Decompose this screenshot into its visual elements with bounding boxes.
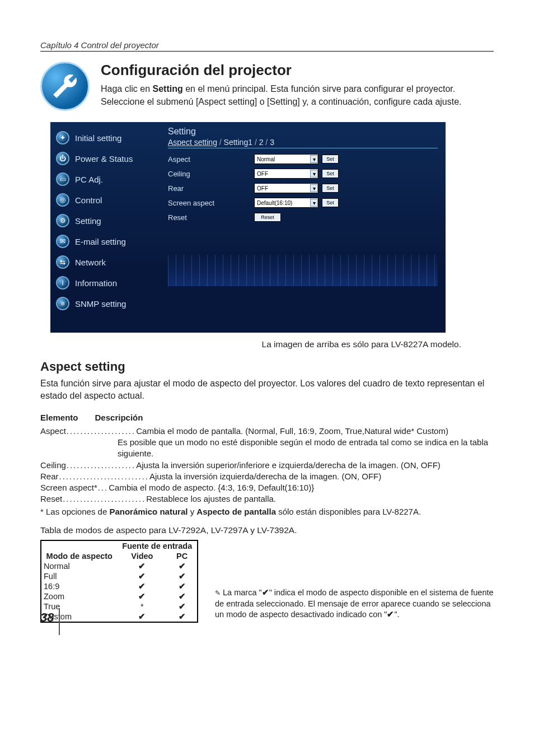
projector-web-ui-screenshot: ✦Initial setting ⏻Power & Status ▭PC Adj… — [50, 122, 446, 333]
tab-aspect-setting[interactable]: Aspect setting — [168, 138, 217, 147]
set-button[interactable]: Set — [322, 184, 339, 193]
chapter-header: Capítulo 4 Control del proyector — [40, 40, 494, 52]
set-button[interactable]: Set — [322, 169, 339, 178]
nav-email-setting[interactable]: ✉E-mail setting — [56, 235, 157, 248]
page-number: 38 — [40, 610, 54, 625]
info-icon: i — [56, 276, 69, 290]
label-screen-aspect: Screen aspect — [168, 199, 254, 207]
panel-title: Setting — [168, 127, 438, 137]
note-icon: ✎ — [215, 589, 221, 597]
row-reset: Reset Reset — [168, 210, 438, 225]
label-aspect: Aspect — [168, 155, 254, 164]
page-title: Configuración del projector — [101, 62, 494, 79]
nav-information[interactable]: iInformation — [56, 276, 157, 290]
power-icon: ⏻ — [56, 152, 69, 165]
select-rear[interactable]: OFF▾ — [254, 183, 318, 193]
aspect-mode-table: Fuente de entrada Modo de aspectoVideoPC… — [40, 540, 198, 623]
table-legend: ✎La marca "✔" indica el modo de aspecto … — [215, 587, 494, 623]
chevron-down-icon: ▾ — [310, 170, 318, 178]
row-aspect: Aspect Normal▾ Set — [168, 152, 438, 166]
item-ceiling: Ceiling — [40, 460, 66, 471]
nav-network[interactable]: ⇆Network — [56, 255, 157, 269]
control-icon: ◎ — [56, 193, 69, 207]
row-rear: Rear OFF▾ Set — [168, 181, 438, 195]
page-number-bar — [59, 608, 60, 635]
select-ceiling[interactable]: OFF▾ — [254, 169, 318, 179]
set-button[interactable]: Set — [322, 155, 339, 164]
monitor-icon: ▭ — [56, 172, 69, 186]
settings-wrench-icon — [40, 62, 90, 111]
tools-icon: ✦ — [56, 131, 69, 144]
nav-sidebar: ✦Initial setting ⏻Power & Status ▭PC Adj… — [50, 122, 162, 333]
reset-button[interactable]: Reset — [254, 213, 281, 222]
tab-setting1[interactable]: Setting1 — [224, 138, 252, 147]
item-aspect: Aspect — [40, 426, 66, 437]
lead-paragraph: Haga clic en Setting en el menú principa… — [101, 82, 494, 108]
decorative-lines — [168, 255, 438, 286]
lead-block: Configuración del projector Haga clic en… — [40, 62, 494, 111]
description-list: Aspect....................Cambia el modo… — [40, 426, 494, 517]
settings-panel: Setting Aspect setting / Setting1 / 2 / … — [162, 122, 446, 333]
nav-snmp-setting[interactable]: ≡SNMP setting — [56, 297, 157, 310]
section-intro: Esta función sirve para ajustar el modo … — [40, 377, 494, 403]
gear-icon: ⚙ — [56, 214, 69, 227]
nav-power-status[interactable]: ⏻Power & Status — [56, 152, 157, 165]
description-header: Elemento Descripción — [40, 413, 494, 422]
tab-3[interactable]: 3 — [270, 138, 274, 147]
item-rear: Rear — [40, 471, 59, 482]
item-screen-aspect: Screen aspect* — [40, 482, 97, 493]
set-button[interactable]: Set — [322, 198, 339, 207]
chevron-down-icon: ▾ — [310, 155, 318, 163]
table-caption: Tabla de modos de aspecto para LV-7292A,… — [40, 525, 494, 535]
label-reset: Reset — [168, 213, 254, 222]
chevron-down-icon: ▾ — [310, 184, 318, 192]
nav-control[interactable]: ◎Control — [56, 193, 157, 207]
footnote: * Las opciones de Panorámico natural y A… — [40, 506, 494, 517]
tab-2[interactable]: 2 — [259, 138, 264, 147]
network-icon: ⇆ — [56, 255, 69, 269]
screenshot-caption: La imagen de arriba es sólo para LV-8227… — [40, 339, 461, 349]
nav-pc-adj[interactable]: ▭PC Adj. — [56, 172, 157, 186]
snmp-icon: ≡ — [56, 297, 69, 310]
item-reset: Reset — [40, 493, 62, 505]
select-screen-aspect[interactable]: Default(16:10)▾ — [254, 198, 318, 208]
section-title: Aspect setting — [40, 360, 494, 374]
label-ceiling: Ceiling — [168, 170, 254, 178]
subtab-bar: Aspect setting / Setting1 / 2 / 3 — [168, 138, 438, 148]
chevron-down-icon: ▾ — [310, 199, 318, 207]
mail-icon: ✉ — [56, 235, 69, 248]
row-ceiling: Ceiling OFF▾ Set — [168, 166, 438, 181]
row-screen-aspect: Screen aspect Default(16:10)▾ Set — [168, 195, 438, 210]
nav-setting[interactable]: ⚙Setting — [56, 214, 157, 227]
nav-initial-setting[interactable]: ✦Initial setting — [56, 131, 157, 144]
label-rear: Rear — [168, 184, 254, 193]
select-aspect[interactable]: Normal▾ — [254, 154, 318, 164]
item-aspect-cont: Es posible que un modo no esté disponibl… — [40, 437, 494, 460]
